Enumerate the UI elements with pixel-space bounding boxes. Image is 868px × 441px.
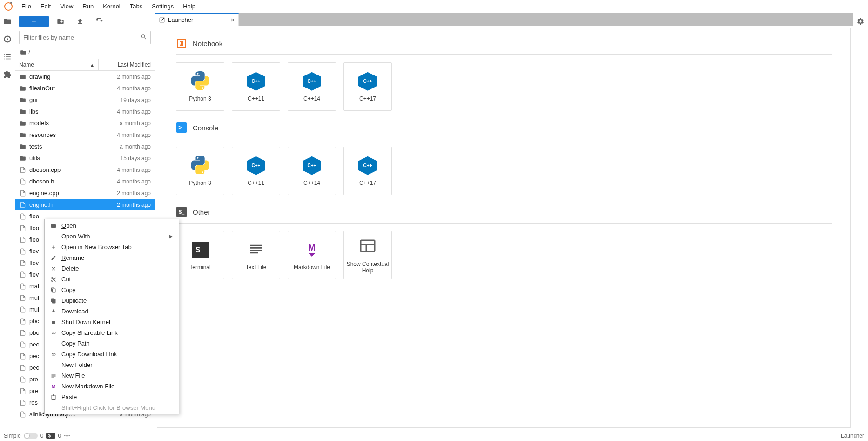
- launcher-card-c-17[interactable]: C++C++17: [343, 62, 392, 111]
- ctx-rename[interactable]: Rename: [45, 252, 179, 263]
- refresh-icon[interactable]: [95, 17, 104, 26]
- launcher-card-python-3[interactable]: Python 3: [176, 147, 224, 195]
- svg-point-7: [64, 435, 65, 436]
- ctx-copy-download-link[interactable]: Copy Download Link: [45, 349, 179, 360]
- ctx-copy[interactable]: Copy: [45, 285, 179, 295]
- link-icon: [50, 330, 57, 336]
- file-modified: 4 months ago: [104, 167, 151, 173]
- kernel-icon[interactable]: [64, 433, 70, 439]
- launcher-card-c-17[interactable]: C++C++17: [343, 147, 392, 195]
- ctx-paste[interactable]: Paste: [45, 392, 179, 402]
- menu-tabs[interactable]: Tabs: [125, 1, 147, 12]
- file-icon: [19, 213, 27, 220]
- svg-point-5: [67, 433, 67, 434]
- filter-input[interactable]: [19, 31, 151, 44]
- launcher-card-text-file[interactable]: Text File: [232, 231, 280, 279]
- extensions-icon[interactable]: [3, 70, 12, 79]
- ctx-open[interactable]: Open: [45, 220, 179, 231]
- menu-view[interactable]: View: [55, 1, 78, 12]
- card-label: C++14: [303, 95, 320, 102]
- tab-launcher[interactable]: Launcher ×: [155, 13, 239, 26]
- ctx-shut-down-kernel[interactable]: Shut Down Kernel: [45, 317, 179, 327]
- ctx-copy-shareable-link[interactable]: Copy Shareable Link: [45, 327, 179, 338]
- launcher-card-c-14[interactable]: C++C++14: [288, 62, 336, 111]
- ctx-download[interactable]: Download: [45, 306, 179, 317]
- toc-icon[interactable]: [3, 52, 12, 61]
- ctx-new-markdown-file[interactable]: MNew Markdown File: [45, 381, 179, 392]
- sort-asc-icon: ▲: [90, 62, 94, 68]
- card-label: Terminal: [189, 264, 210, 271]
- file-modified: 2 months ago: [104, 202, 151, 208]
- launcher-card-c-14[interactable]: C++C++14: [288, 147, 336, 195]
- ctx-label: Open in New Browser Tab: [61, 244, 132, 251]
- launcher-section-notebook: NotebookPython 3C++C++11C++C++14C++C++17: [176, 38, 832, 111]
- ctx-label: Duplicate: [61, 297, 87, 304]
- launcher-card-show-contextual-help[interactable]: Show Contextual Help: [343, 231, 392, 279]
- upload-icon[interactable]: [76, 17, 84, 26]
- column-header-name[interactable]: Name▲: [15, 59, 99, 70]
- launcher-card-markdown-file[interactable]: MMarkdown File: [288, 231, 336, 279]
- ctx-label: Copy: [61, 286, 75, 293]
- card-label: Text File: [246, 264, 267, 271]
- file-modified: 4 months ago: [104, 178, 151, 185]
- folder-icon: [50, 223, 57, 229]
- ctx-open-in-new-browser-tab[interactable]: Open in New Browser Tab: [45, 242, 179, 252]
- ctx-copy-path[interactable]: Copy Path: [45, 338, 179, 349]
- running-icon[interactable]: [3, 34, 12, 44]
- launcher-card-c-11[interactable]: C++C++11: [232, 147, 280, 195]
- file-icon: [19, 353, 27, 360]
- section-title: Other: [193, 208, 210, 216]
- kernel-count: 0: [58, 433, 61, 439]
- settings-icon[interactable]: [856, 17, 865, 26]
- folder-row[interactable]: modelsa month ago: [15, 117, 155, 129]
- breadcrumb[interactable]: /: [15, 47, 155, 59]
- menu-file[interactable]: File: [17, 1, 36, 12]
- ctx-cut[interactable]: Cut: [45, 274, 179, 285]
- file-row[interactable]: dboson.cpp4 months ago: [15, 164, 155, 176]
- ctx-delete[interactable]: Delete: [45, 263, 179, 274]
- new-folder-icon[interactable]: [56, 17, 65, 26]
- launcher-card-python-3[interactable]: Python 3: [176, 62, 224, 111]
- menu-help[interactable]: Help: [178, 1, 200, 12]
- ctx-open-with[interactable]: Open With▶: [45, 231, 179, 242]
- file-icon: [19, 248, 27, 255]
- search-icon: [141, 34, 147, 41]
- ctx-duplicate[interactable]: Duplicate: [45, 295, 179, 306]
- file-row[interactable]: dboson.h4 months ago: [15, 176, 155, 187]
- card-label: C++17: [359, 180, 376, 186]
- python-icon: [190, 156, 210, 176]
- ctx-label: Rename: [61, 254, 84, 261]
- ctx-new-file[interactable]: New File: [45, 370, 179, 381]
- folder-row[interactable]: libs4 months ago: [15, 106, 155, 117]
- launcher-panel: NotebookPython 3C++C++11C++C++14C++C++17…: [157, 28, 851, 428]
- folder-row[interactable]: resources4 months ago: [15, 129, 155, 141]
- launcher-card-terminal[interactable]: $_Terminal: [176, 231, 224, 279]
- menu-run[interactable]: Run: [78, 1, 98, 12]
- file-row[interactable]: engine.h2 months ago: [15, 199, 155, 210]
- svg-point-4: [66, 435, 68, 437]
- folder-row[interactable]: testsa month ago: [15, 141, 155, 152]
- ctx-new-folder[interactable]: New Folder: [45, 360, 179, 370]
- file-icon: [19, 387, 27, 395]
- svg-point-8: [69, 435, 70, 436]
- folder-row[interactable]: utils15 days ago: [15, 152, 155, 164]
- paste-icon: [50, 394, 57, 400]
- menu-kernel[interactable]: Kernel: [98, 1, 125, 12]
- column-header-modified[interactable]: Last Modified: [99, 59, 155, 70]
- menu-edit[interactable]: Edit: [36, 1, 55, 12]
- new-launcher-button[interactable]: +: [19, 16, 49, 27]
- folder-row[interactable]: drawing2 months ago: [15, 71, 155, 82]
- close-icon[interactable]: ×: [231, 16, 235, 24]
- duplicate-icon: [50, 298, 57, 304]
- terminal-icon[interactable]: $_: [46, 433, 55, 439]
- file-modified: 19 days ago: [104, 97, 151, 103]
- launcher-card-c-11[interactable]: C++C++11: [232, 62, 280, 111]
- link-icon: [50, 351, 57, 358]
- file-row[interactable]: engine.cpp2 months ago: [15, 187, 155, 199]
- folder-icon[interactable]: [3, 17, 12, 26]
- menu-settings[interactable]: Settings: [147, 1, 178, 12]
- folder-row[interactable]: filesInOut4 months ago: [15, 82, 155, 94]
- simple-toggle[interactable]: [24, 433, 38, 439]
- folder-row[interactable]: gui19 days ago: [15, 94, 155, 106]
- simple-label: Simple: [4, 433, 21, 439]
